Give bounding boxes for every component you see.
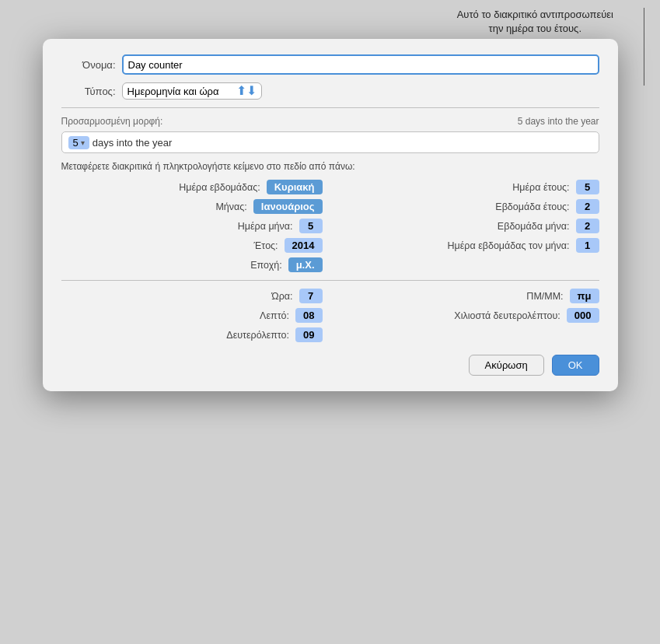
- field-value-day[interactable]: 5: [299, 219, 323, 233]
- type-select-text: Ημερομηνία και ώρα: [127, 86, 233, 97]
- custom-format-bar[interactable]: 5 ▾ days into the year: [61, 131, 599, 153]
- custom-format-preview: 5 days into the year: [518, 116, 599, 127]
- field-row-hour: Ώρα: 7: [61, 289, 323, 303]
- buttons-row: Ακύρωση OK: [61, 355, 599, 376]
- time-section: Ώρα: 7 Λεπτό: 08 Δευτερόλεπτο: 09 ΠΜ/ΜΜ:…: [61, 280, 599, 342]
- custom-format-header: Προσαρμοσμένη μορφή: 5 days into the yea…: [61, 116, 599, 127]
- field-row-month: Μήνας: Ιανουάριος: [61, 199, 323, 214]
- dialog: Όνομα: Τύπος: Ημερομηνία και ώρα ⬆⬇ Προσ…: [43, 39, 618, 391]
- field-value-millisecond[interactable]: 000: [567, 308, 599, 323]
- time-right: ΠΜ/ΜΜ: πμ Χιλιοστά δευτερολέπτου: 000: [338, 289, 599, 342]
- field-label-era: Εποχή:: [250, 260, 281, 271]
- field-row-minute: Λεπτό: 08: [61, 308, 323, 323]
- format-token[interactable]: 5 ▾: [68, 136, 89, 149]
- field-row-millisecond: Χιλιοστά δευτερολέπτου: 000: [338, 308, 599, 323]
- custom-format-section: Προσαρμοσμένη μορφή: 5 days into the yea…: [61, 116, 599, 153]
- field-row-second: Δευτερόλεπτο: 09: [61, 327, 323, 342]
- field-label-weekofmonth: Εβδομάδα μήνα:: [498, 221, 570, 232]
- name-input[interactable]: [122, 54, 599, 75]
- field-label-day: Ημέρα μήνα:: [238, 221, 293, 232]
- separator-1: [61, 107, 599, 108]
- format-text: days into the year: [93, 137, 173, 149]
- field-value-year[interactable]: 2014: [285, 238, 323, 253]
- field-value-era[interactable]: μ.Χ.: [288, 257, 323, 272]
- name-label: Όνομα:: [61, 59, 116, 71]
- field-value-weekofmonth[interactable]: 2: [576, 219, 599, 233]
- field-label-weekofyear: Εβδομάδα έτους:: [495, 201, 569, 212]
- type-row: Τύπος: Ημερομηνία και ώρα ⬆⬇: [61, 82, 599, 100]
- field-value-second[interactable]: 09: [295, 327, 322, 342]
- field-label-dayofyear: Ημέρα έτους:: [512, 182, 569, 193]
- field-value-weekdayofmonth[interactable]: 1: [576, 238, 599, 253]
- fields-left: Ημέρα εβδομάδας: Κυριακή Μήνας: Ιανουάρι…: [61, 180, 323, 272]
- name-row: Όνομα:: [61, 54, 599, 75]
- field-row-day: Ημέρα μήνα: 5: [61, 219, 323, 233]
- tooltip-text: Αυτό το διακριτικό αντιπροσωπεύει την ημ…: [457, 8, 613, 36]
- fields-right: Ημέρα έτους: 5 Εβδομάδα έτους: 2 Εβδομάδ…: [338, 180, 599, 272]
- fields-grid: Ημέρα εβδομάδας: Κυριακή Μήνας: Ιανουάρι…: [61, 180, 599, 272]
- field-label-year: Έτος:: [254, 240, 278, 251]
- field-value-weekofyear[interactable]: 2: [576, 199, 599, 214]
- field-row-weekdayofmonth: Ημέρα εβδομάδας τον μήνα: 1: [338, 238, 599, 253]
- field-label-minute: Λεπτό:: [260, 310, 289, 321]
- drag-instruction: Μεταφέρετε διακριτικά ή πληκτρολογήστε κ…: [61, 161, 599, 172]
- field-row-year: Έτος: 2014: [61, 238, 323, 253]
- format-token-value: 5: [73, 137, 79, 149]
- time-grid: Ώρα: 7 Λεπτό: 08 Δευτερόλεπτο: 09 ΠΜ/ΜΜ:…: [61, 289, 599, 342]
- field-value-ampm[interactable]: πμ: [570, 289, 599, 303]
- field-value-minute[interactable]: 08: [295, 308, 322, 323]
- format-token-arrow: ▾: [81, 138, 85, 147]
- field-row-ampm: ΠΜ/ΜΜ: πμ: [338, 289, 599, 303]
- field-value-month[interactable]: Ιανουάριος: [253, 199, 323, 214]
- field-label-millisecond: Χιλιοστά δευτερολέπτου:: [454, 310, 560, 321]
- field-row-dayofyear: Ημέρα έτους: 5: [338, 180, 599, 194]
- field-label-month: Μήνας:: [215, 201, 246, 212]
- type-select[interactable]: Ημερομηνία και ώρα ⬆⬇: [122, 82, 262, 100]
- field-row-era: Εποχή: μ.Χ.: [61, 257, 323, 272]
- field-value-weekday[interactable]: Κυριακή: [267, 180, 323, 194]
- field-label-hour: Ώρα:: [271, 291, 292, 302]
- ok-button[interactable]: OK: [552, 355, 599, 376]
- stepper-icon: ⬆⬇: [236, 85, 257, 97]
- field-value-hour[interactable]: 7: [299, 289, 323, 303]
- time-left: Ώρα: 7 Λεπτό: 08 Δευτερόλεπτο: 09: [61, 289, 323, 342]
- field-row-weekday: Ημέρα εβδομάδας: Κυριακή: [61, 180, 323, 194]
- custom-format-label: Προσαρμοσμένη μορφή:: [61, 116, 163, 127]
- field-row-weekofmonth: Εβδομάδα μήνα: 2: [338, 219, 599, 233]
- field-value-dayofyear[interactable]: 5: [576, 180, 599, 194]
- cancel-button[interactable]: Ακύρωση: [469, 355, 544, 376]
- field-label-ampm: ΠΜ/ΜΜ:: [526, 291, 563, 302]
- field-row-weekofyear: Εβδομάδα έτους: 2: [338, 199, 599, 214]
- type-label: Τύπος:: [61, 86, 116, 97]
- field-label-weekdayofmonth: Ημέρα εβδομάδας τον μήνα:: [448, 240, 570, 251]
- field-label-second: Δευτερόλεπτο:: [226, 330, 289, 341]
- field-label-weekday: Ημέρα εβδομάδας:: [179, 182, 260, 193]
